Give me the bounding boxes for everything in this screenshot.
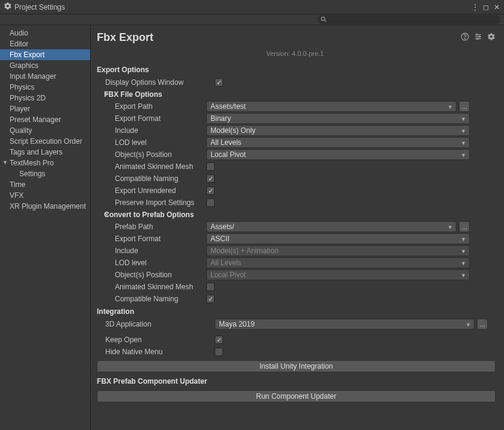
search-row [0, 14, 504, 25]
include-dropdown[interactable]: Model(s) Only▼ [206, 125, 470, 136]
sidebar-item-textmesh-pro-settings[interactable]: Settings [0, 168, 90, 179]
sidebar-item-input-manager[interactable]: Input Manager [0, 71, 90, 82]
keep-open-checkbox[interactable] [215, 336, 223, 344]
preserve-import-settings-label: Preserve Import Settings [97, 198, 206, 207]
foldout-arrow-icon: ▼ [2, 159, 8, 165]
compatible-naming-checkbox[interactable] [206, 174, 215, 183]
export-path-browse-button[interactable]: … [459, 101, 470, 112]
chevron-down-icon: ▼ [447, 224, 453, 230]
export-unrendered-label: Export Unrendered [97, 186, 206, 195]
chevron-down-icon: ▼ [461, 260, 466, 266]
foldout-arrow-icon[interactable]: ▼ [97, 212, 104, 218]
prefab-path-dropdown[interactable]: Assets/▼ [206, 221, 456, 232]
sidebar-item-tags-and-layers[interactable]: Tags and Layers [0, 147, 90, 158]
3d-application-label: 3D Application [97, 320, 215, 328]
prefab-compatible-naming-checkbox[interactable] [206, 295, 215, 303]
svg-point-7 [476, 34, 478, 35]
window-close-icon[interactable]: ✕ [493, 4, 500, 11]
prefab-lod-level-label: LOD level [97, 259, 206, 267]
sidebar-item-label: Preset Manager [10, 115, 61, 124]
chevron-down-icon: ▼ [461, 152, 466, 158]
sidebar-item-label: Player [10, 105, 30, 113]
settings-gear-icon[interactable] [487, 32, 496, 43]
chevron-down-icon: ▼ [461, 272, 466, 278]
preset-icon[interactable] [474, 32, 482, 43]
display-options-window-label: Display Options Window [97, 78, 215, 87]
window-menu-icon[interactable]: ⋮ [472, 4, 479, 11]
animated-skinned-mesh-label: Animated Skinned Mesh [97, 162, 206, 171]
sidebar-item-label: Physics 2D [10, 94, 46, 102]
lod-level-dropdown[interactable]: All Levels▼ [206, 137, 470, 148]
chevron-down-icon: ▼ [461, 248, 466, 254]
sidebar-item-vfx[interactable]: VFX [0, 190, 90, 201]
sidebar-item-xr-plugin-management[interactable]: XR Plugin Management [0, 201, 90, 212]
prefab-path-browse-button[interactable]: … [459, 221, 470, 232]
dropdown-value: Maya 2019 [219, 320, 254, 328]
sidebar-item-label: Fbx Export [10, 51, 45, 59]
compatible-naming-label: Compatible Naming [97, 174, 206, 183]
svg-point-8 [479, 36, 480, 37]
sidebar-item-label: Physics [10, 83, 34, 91]
hide-native-menu-label: Hide Native Menu [97, 348, 215, 356]
titlebar: Project Settings ⋮ ◻ ✕ [0, 0, 504, 14]
prefab-animated-skinned-mesh-checkbox[interactable] [206, 283, 215, 291]
svg-line-1 [324, 20, 326, 22]
chevron-down-icon: ▼ [461, 116, 466, 122]
include-label: Include [97, 126, 206, 135]
sidebar-item-preset-manager[interactable]: Preset Manager [0, 114, 90, 125]
sidebar-item-label: Quality [10, 126, 32, 135]
sidebar-item-player[interactable]: Player [0, 103, 90, 114]
convert-prefab-options-heading[interactable]: Convert to Prefab Options [104, 210, 194, 219]
sidebar-item-graphics[interactable]: Graphics [0, 60, 90, 71]
sidebar-item-label: Audio [10, 29, 28, 37]
dropdown-value: ASCII [211, 235, 229, 243]
dropdown-value: Assets/test [211, 102, 246, 111]
sidebar-item-time[interactable]: Time [0, 179, 90, 190]
search-input[interactable] [318, 15, 500, 24]
objects-position-dropdown[interactable]: Local Pivot▼ [206, 149, 470, 160]
sidebar-item-textmesh-pro[interactable]: ▼TextMesh Pro [0, 158, 90, 168]
version-label: Version: 4.0.0-pre.1 [91, 48, 499, 63]
export-format-dropdown[interactable]: Binary▼ [206, 113, 470, 124]
prefab-path-label: Prefab Path [97, 223, 206, 231]
install-unity-integration-button[interactable]: Install Unity Integration [97, 360, 496, 372]
animated-skinned-mesh-checkbox[interactable] [206, 162, 215, 171]
chevron-down-icon: ▼ [466, 322, 471, 328]
3d-application-browse-button[interactable]: … [477, 319, 488, 330]
prefab-export-format-dropdown[interactable]: ASCII▼ [206, 233, 470, 244]
content-panel: Fbx Export Version: 4.0.0-pre.1 Export O… [91, 25, 504, 430]
export-unrendered-checkbox[interactable] [206, 186, 215, 195]
display-options-window-checkbox[interactable] [215, 78, 223, 87]
dropdown-value: All Levels [211, 138, 241, 147]
gear-icon [4, 2, 12, 12]
export-path-label: Export Path [97, 102, 206, 111]
prefab-include-dropdown: Model(s) + Animation▼ [206, 245, 470, 256]
sidebar-item-editor[interactable]: Editor [0, 38, 90, 49]
button-label: Install Unity Integration [259, 362, 333, 370]
sidebar-item-label: VFX [10, 191, 23, 200]
dropdown-value: Model(s) Only [211, 126, 256, 135]
prefab-export-format-label: Export Format [97, 235, 206, 243]
3d-application-dropdown[interactable]: Maya 2019▼ [215, 319, 475, 330]
sidebar-item-label: Graphics [10, 61, 38, 70]
sidebar-item-audio[interactable]: Audio [0, 28, 90, 38]
sidebar-item-physics-2d[interactable]: Physics 2D [0, 93, 90, 103]
help-icon[interactable] [461, 32, 469, 43]
svg-point-3 [465, 38, 466, 39]
window-maximize-icon[interactable]: ◻ [482, 4, 490, 11]
svg-point-9 [477, 38, 478, 39]
foldout-arrow-icon[interactable]: ▼ [97, 91, 104, 97]
prefab-compatible-naming-label: Compatible Naming [97, 295, 206, 303]
sidebar-item-physics[interactable]: Physics [0, 82, 90, 93]
sidebar-item-script-execution-order[interactable]: Script Execution Order [0, 136, 90, 147]
run-component-updater-button[interactable]: Run Component Updater [97, 390, 496, 402]
preserve-import-settings-checkbox[interactable] [206, 198, 215, 207]
button-label: Run Component Updater [256, 392, 336, 401]
export-path-dropdown[interactable]: Assets/test▼ [206, 101, 456, 112]
fbx-file-options-heading[interactable]: FBX File Options [104, 90, 162, 99]
sidebar-item-fbx-export[interactable]: Fbx Export [0, 49, 90, 60]
sidebar-item-quality[interactable]: Quality [0, 125, 90, 136]
hide-native-menu-checkbox[interactable] [215, 348, 223, 356]
prefab-animated-skinned-mesh-label: Animated Skinned Mesh [97, 283, 206, 291]
sidebar-item-label: Settings [19, 170, 45, 178]
